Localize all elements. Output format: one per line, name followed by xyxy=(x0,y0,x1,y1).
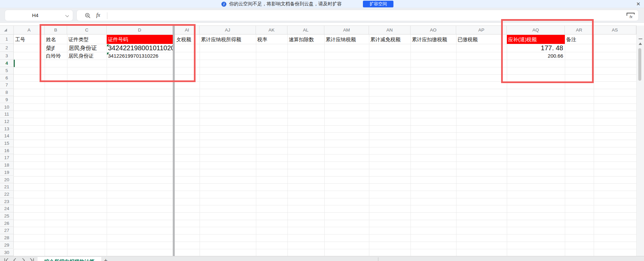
row-header-9[interactable]: 9 xyxy=(0,96,14,104)
cell-AJ1[interactable]: 累计应纳税所得额 xyxy=(200,35,256,44)
split-handle-icon[interactable] xyxy=(639,39,642,39)
cell-AP1[interactable]: 已缴税额 xyxy=(456,35,507,44)
gridline xyxy=(107,35,107,256)
row-header-1[interactable]: 1 xyxy=(0,35,14,44)
cell-C3[interactable]: 居民身份证 xyxy=(67,52,107,60)
row-header-22[interactable]: 22 xyxy=(0,191,14,198)
gridline xyxy=(287,35,288,256)
row-header-25[interactable]: 25 xyxy=(0,212,14,220)
column-header-A[interactable]: A xyxy=(14,25,45,35)
error-marker-icon xyxy=(107,53,109,55)
hidden-columns-divider[interactable] xyxy=(173,25,175,256)
row-header-27[interactable]: 27 xyxy=(0,227,14,234)
column-header-AJ[interactable]: AJ xyxy=(200,25,256,35)
gridline xyxy=(14,118,636,118)
cell-B2[interactable]: 柴jf xyxy=(45,44,67,52)
row-header-15[interactable]: 15 xyxy=(0,140,14,147)
cell-C2[interactable]: 居民身份证 xyxy=(67,44,107,52)
sheet-grid: ABCDAIAJAKALAMANAOAPAQARAS12345678910111… xyxy=(0,23,644,256)
column-header-AL[interactable]: AL xyxy=(287,25,324,35)
gridline xyxy=(636,35,637,256)
row-header-11[interactable]: 11 xyxy=(0,111,14,118)
sheet-nav-arrows[interactable] xyxy=(3,257,37,261)
cell-AQ3[interactable]: 200.66 xyxy=(507,52,565,60)
select-all-icon[interactable] xyxy=(4,28,7,31)
cell-A1[interactable]: 工号 xyxy=(14,35,45,44)
scroll-up-icon[interactable] xyxy=(639,43,642,45)
cell-B3[interactable]: 白玲玲 xyxy=(45,52,67,60)
cell-B1[interactable]: 姓名 xyxy=(45,35,67,44)
column-header-AK[interactable]: AK xyxy=(256,25,287,35)
row-header-10[interactable]: 10 xyxy=(0,104,14,111)
row-header-12[interactable]: 12 xyxy=(0,118,14,125)
formula-pane-icon[interactable]: fx xyxy=(626,12,635,19)
cell-AQ2[interactable]: 177. 48 xyxy=(507,44,565,52)
column-header-AN[interactable]: AN xyxy=(369,25,411,35)
row-header-17[interactable]: 17 xyxy=(0,154,14,161)
cell-AR1[interactable]: 备注 xyxy=(565,35,594,44)
formula-bar: H4 fx fx xyxy=(0,8,644,23)
row-header-2[interactable]: 2 xyxy=(0,44,14,52)
cell-D2[interactable]: 342422198001011020 xyxy=(107,44,173,52)
row-header-14[interactable]: 14 xyxy=(0,132,14,140)
active-cell-indicator xyxy=(14,60,15,67)
row-header-18[interactable]: 18 xyxy=(0,161,14,169)
row-header-8[interactable]: 8 xyxy=(0,89,14,96)
row-header-26[interactable]: 26 xyxy=(0,220,14,227)
cloud-notification-bar: i 你的云空间不足，将影响文档备份到云盘，请及时扩容 扩容空间 ✕ xyxy=(0,0,644,8)
column-header-AI[interactable]: AI xyxy=(175,25,200,35)
gridline xyxy=(14,147,636,147)
column-header-AR[interactable]: AR xyxy=(565,25,594,35)
cell-AK1[interactable]: 税率 xyxy=(256,35,287,44)
row-header-28[interactable]: 28 xyxy=(0,234,14,242)
formula-input-box: fx fx xyxy=(76,10,639,21)
insert-function-icon[interactable]: fx xyxy=(96,12,100,18)
formula-input[interactable] xyxy=(110,11,607,20)
column-header-B[interactable]: B xyxy=(45,25,67,35)
row-header-20[interactable]: 20 xyxy=(0,176,14,184)
row-header-24[interactable]: 24 xyxy=(0,205,14,212)
sheet-tab-active[interactable]: 综合所得申报税款计算 xyxy=(38,257,101,261)
row-header-16[interactable]: 16 xyxy=(0,147,14,154)
column-header-AM[interactable]: AM xyxy=(324,25,369,35)
cell-AI1[interactable]: 攵税额 xyxy=(175,35,200,44)
close-icon[interactable]: ✕ xyxy=(635,1,642,7)
cell-AM1[interactable]: 累计应纳税额 xyxy=(324,35,369,44)
column-header-AS[interactable]: AS xyxy=(594,25,636,35)
cell-C1[interactable]: 证件类型 xyxy=(67,35,107,44)
chevron-down-icon[interactable] xyxy=(65,14,69,17)
search-icon[interactable] xyxy=(85,13,91,19)
column-header-C[interactable]: C xyxy=(67,25,107,35)
column-header-AO[interactable]: AO xyxy=(411,25,456,35)
expand-storage-button[interactable]: 扩容空间 xyxy=(363,1,393,7)
row-header-19[interactable]: 19 xyxy=(0,169,14,176)
column-header-AP[interactable]: AP xyxy=(456,25,507,35)
gridline xyxy=(14,220,636,220)
row-header-6[interactable]: 6 xyxy=(0,74,14,82)
row-header-7[interactable]: 7 xyxy=(0,81,14,89)
cell-D3[interactable]: 341226199701310226 xyxy=(107,52,173,60)
vertical-scrollbar[interactable] xyxy=(636,25,644,256)
gridline xyxy=(14,104,636,104)
gridline xyxy=(14,234,636,235)
cell-AQ1[interactable]: 应补(退)税额 xyxy=(507,35,565,44)
row-header-13[interactable]: 13 xyxy=(0,125,14,133)
scrollbar-thumb[interactable] xyxy=(638,48,641,81)
gridline xyxy=(324,35,325,256)
column-header-D[interactable]: D xyxy=(107,25,173,35)
row-header-30[interactable]: 30 xyxy=(0,249,14,256)
cell-AL1[interactable]: 速算扣除数 xyxy=(287,35,324,44)
row-header-29[interactable]: 29 xyxy=(0,242,14,249)
cell-AO1[interactable]: 累计应扣缴税额 xyxy=(411,35,456,44)
cell-AN1[interactable]: 累计减免税额 xyxy=(369,35,411,44)
row-header-4[interactable]: 4 xyxy=(0,60,14,67)
row-header-3[interactable]: 3 xyxy=(0,52,14,60)
row-header-5[interactable]: 5 xyxy=(0,67,14,74)
row-header-23[interactable]: 23 xyxy=(0,198,14,205)
column-header-AQ[interactable]: AQ xyxy=(507,25,565,35)
cell-D1[interactable]: 证件号码 xyxy=(107,35,173,44)
name-box[interactable]: H4 xyxy=(5,10,73,21)
gridline xyxy=(14,242,636,242)
row-header-21[interactable]: 21 xyxy=(0,183,14,191)
add-sheet-icon[interactable]: + xyxy=(104,257,108,261)
